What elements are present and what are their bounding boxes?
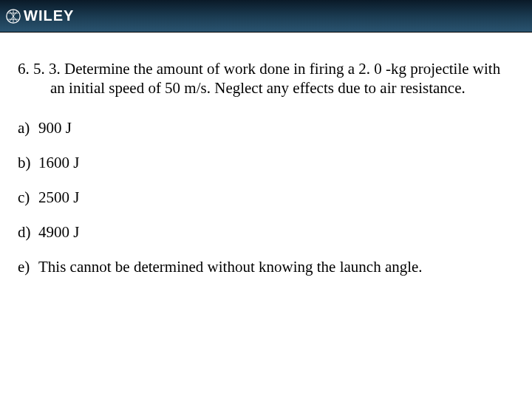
option-e: e) This cannot be determined without kno…	[18, 258, 514, 276]
option-text: 900 J	[38, 119, 514, 137]
option-c: c) 2500 J	[18, 188, 514, 207]
header-bar: WILEY	[0, 0, 532, 33]
option-b: b) 1600 J	[18, 154, 514, 172]
option-text: 4900 J	[38, 223, 514, 242]
options-list: a) 900 J b) 1600 J c) 2500 J d) 4900 J e…	[18, 119, 514, 276]
option-letter: a)	[18, 119, 38, 137]
question-block: 6. 5. 3. Determine the amount of work do…	[18, 59, 514, 98]
option-letter: b)	[18, 154, 38, 172]
option-letter: c)	[18, 188, 38, 207]
option-a: a) 900 J	[18, 119, 514, 137]
question-text: 6. 5. 3. Determine the amount of work do…	[18, 59, 514, 98]
option-text: This cannot be determined without knowin…	[38, 258, 514, 276]
wiley-icon	[6, 9, 21, 24]
brand-name: WILEY	[24, 7, 74, 24]
option-letter: d)	[18, 223, 38, 242]
brand-logo: WILEY	[6, 7, 74, 24]
option-text: 2500 J	[38, 188, 514, 207]
option-text: 1600 J	[38, 154, 514, 172]
question-number: 6. 5. 3.	[18, 60, 61, 78]
question-body: Determine the amount of work done in fir…	[50, 60, 500, 97]
option-letter: e)	[18, 258, 38, 276]
option-d: d) 4900 J	[18, 223, 514, 242]
slide-content: 6. 5. 3. Determine the amount of work do…	[0, 33, 532, 276]
